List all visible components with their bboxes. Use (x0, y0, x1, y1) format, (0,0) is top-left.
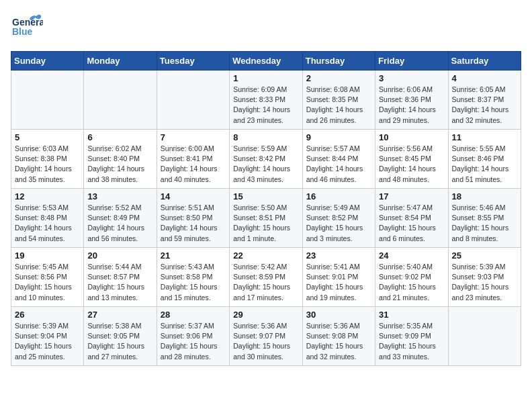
calendar-cell: 25Sunrise: 5:39 AM Sunset: 9:03 PM Dayli… (448, 248, 521, 307)
calendar-cell: 21Sunrise: 5:43 AM Sunset: 8:58 PM Dayli… (157, 248, 229, 307)
day-number: 23 (306, 250, 371, 261)
day-info: Sunrise: 5:39 AM Sunset: 9:04 PM Dayligh… (15, 321, 80, 362)
day-number: 12 (15, 191, 80, 201)
calendar-cell: 13Sunrise: 5:52 AM Sunset: 8:49 PM Dayli… (84, 189, 157, 248)
day-number: 16 (306, 191, 371, 201)
day-info: Sunrise: 6:06 AM Sunset: 8:36 PM Dayligh… (379, 85, 444, 126)
day-number: 5 (15, 132, 80, 142)
calendar-cell: 24Sunrise: 5:40 AM Sunset: 9:02 PM Dayli… (375, 248, 448, 307)
calendar-cell (448, 307, 521, 366)
day-info: Sunrise: 5:50 AM Sunset: 8:51 PM Dayligh… (233, 203, 298, 244)
calendar-cell: 19Sunrise: 5:45 AM Sunset: 8:56 PM Dayli… (11, 248, 84, 307)
weekday-header-row: SundayMondayTuesdayWednesdayThursdayFrid… (11, 52, 521, 71)
day-info: Sunrise: 5:52 AM Sunset: 8:49 PM Dayligh… (87, 203, 152, 244)
day-number: 25 (452, 250, 517, 261)
day-info: Sunrise: 5:35 AM Sunset: 9:09 PM Dayligh… (379, 321, 444, 362)
weekday-header-saturday: Saturday (448, 52, 521, 71)
calendar-cell: 1Sunrise: 6:09 AM Sunset: 8:33 PM Daylig… (230, 71, 302, 130)
calendar-cell: 28Sunrise: 5:37 AM Sunset: 9:06 PM Dayli… (157, 307, 229, 366)
calendar-week-row: 26Sunrise: 5:39 AM Sunset: 9:04 PM Dayli… (11, 307, 521, 366)
page-header: General Blue (11, 11, 521, 43)
calendar-week-row: 12Sunrise: 5:53 AM Sunset: 8:48 PM Dayli… (11, 189, 521, 248)
day-number: 18 (452, 191, 517, 201)
day-number: 24 (379, 250, 444, 261)
day-number: 21 (161, 250, 226, 261)
day-number: 4 (452, 73, 517, 83)
day-info: Sunrise: 5:59 AM Sunset: 8:42 PM Dayligh… (233, 144, 298, 185)
weekday-header-friday: Friday (375, 52, 448, 71)
day-number: 26 (15, 310, 80, 320)
day-number: 9 (306, 132, 371, 142)
day-number: 1 (233, 73, 298, 83)
day-number: 13 (87, 191, 152, 201)
day-number: 31 (379, 310, 444, 320)
logo-icon: General Blue (11, 11, 43, 43)
calendar-cell: 26Sunrise: 5:39 AM Sunset: 9:04 PM Dayli… (11, 307, 84, 366)
calendar-cell: 30Sunrise: 5:36 AM Sunset: 9:08 PM Dayli… (302, 307, 375, 366)
day-number: 6 (87, 132, 152, 142)
calendar-week-row: 1Sunrise: 6:09 AM Sunset: 8:33 PM Daylig… (11, 71, 521, 130)
day-info: Sunrise: 5:43 AM Sunset: 8:58 PM Dayligh… (161, 262, 226, 303)
day-info: Sunrise: 5:46 AM Sunset: 8:55 PM Dayligh… (452, 203, 517, 244)
calendar-cell: 22Sunrise: 5:42 AM Sunset: 8:59 PM Dayli… (230, 248, 302, 307)
day-number: 29 (233, 310, 298, 320)
calendar-cell: 29Sunrise: 5:36 AM Sunset: 9:07 PM Dayli… (230, 307, 302, 366)
svg-text:Blue: Blue (12, 26, 33, 37)
day-number: 28 (161, 310, 226, 320)
logo: General Blue (11, 11, 43, 43)
day-info: Sunrise: 5:41 AM Sunset: 9:01 PM Dayligh… (306, 262, 371, 303)
day-info: Sunrise: 5:49 AM Sunset: 8:52 PM Dayligh… (306, 203, 371, 244)
day-number: 7 (161, 132, 226, 142)
calendar-week-row: 19Sunrise: 5:45 AM Sunset: 8:56 PM Dayli… (11, 248, 521, 307)
weekday-header-tuesday: Tuesday (157, 52, 229, 71)
calendar-cell: 11Sunrise: 5:55 AM Sunset: 8:46 PM Dayli… (448, 130, 521, 189)
day-info: Sunrise: 5:40 AM Sunset: 9:02 PM Dayligh… (379, 262, 444, 303)
day-number: 8 (233, 132, 298, 142)
day-info: Sunrise: 5:39 AM Sunset: 9:03 PM Dayligh… (452, 262, 517, 303)
day-number: 3 (379, 73, 444, 83)
day-info: Sunrise: 5:42 AM Sunset: 8:59 PM Dayligh… (233, 262, 298, 303)
day-info: Sunrise: 6:09 AM Sunset: 8:33 PM Dayligh… (233, 85, 298, 126)
day-number: 14 (161, 191, 226, 201)
calendar-cell: 15Sunrise: 5:50 AM Sunset: 8:51 PM Dayli… (230, 189, 302, 248)
calendar-cell: 7Sunrise: 6:00 AM Sunset: 8:41 PM Daylig… (157, 130, 229, 189)
calendar-cell: 23Sunrise: 5:41 AM Sunset: 9:01 PM Dayli… (302, 248, 375, 307)
day-number: 17 (379, 191, 444, 201)
day-info: Sunrise: 5:47 AM Sunset: 8:54 PM Dayligh… (379, 203, 444, 244)
day-number: 2 (306, 73, 371, 83)
day-info: Sunrise: 5:36 AM Sunset: 9:07 PM Dayligh… (233, 321, 298, 362)
day-info: Sunrise: 6:08 AM Sunset: 8:35 PM Dayligh… (306, 85, 371, 126)
calendar-cell: 3Sunrise: 6:06 AM Sunset: 8:36 PM Daylig… (375, 71, 448, 130)
day-info: Sunrise: 5:44 AM Sunset: 8:57 PM Dayligh… (87, 262, 152, 303)
calendar-cell: 2Sunrise: 6:08 AM Sunset: 8:35 PM Daylig… (302, 71, 375, 130)
day-number: 27 (87, 310, 152, 320)
weekday-header-sunday: Sunday (11, 52, 84, 71)
day-number: 20 (87, 250, 152, 261)
calendar-cell: 12Sunrise: 5:53 AM Sunset: 8:48 PM Dayli… (11, 189, 84, 248)
day-number: 19 (15, 250, 80, 261)
day-number: 10 (379, 132, 444, 142)
weekday-header-thursday: Thursday (302, 52, 375, 71)
day-number: 15 (233, 191, 298, 201)
day-info: Sunrise: 6:02 AM Sunset: 8:40 PM Dayligh… (87, 144, 152, 185)
calendar-cell (11, 71, 84, 130)
calendar-cell: 17Sunrise: 5:47 AM Sunset: 8:54 PM Dayli… (375, 189, 448, 248)
day-info: Sunrise: 5:45 AM Sunset: 8:56 PM Dayligh… (15, 262, 80, 303)
day-info: Sunrise: 6:03 AM Sunset: 8:38 PM Dayligh… (15, 144, 80, 185)
day-info: Sunrise: 5:37 AM Sunset: 9:06 PM Dayligh… (161, 321, 226, 362)
day-info: Sunrise: 5:53 AM Sunset: 8:48 PM Dayligh… (15, 203, 80, 244)
calendar-header: SundayMondayTuesdayWednesdayThursdayFrid… (11, 52, 521, 71)
day-info: Sunrise: 5:57 AM Sunset: 8:44 PM Dayligh… (306, 144, 371, 185)
day-info: Sunrise: 6:00 AM Sunset: 8:41 PM Dayligh… (161, 144, 226, 185)
day-info: Sunrise: 6:05 AM Sunset: 8:37 PM Dayligh… (452, 85, 517, 126)
weekday-header-wednesday: Wednesday (230, 52, 302, 71)
calendar-cell: 8Sunrise: 5:59 AM Sunset: 8:42 PM Daylig… (230, 130, 302, 189)
calendar-cell: 27Sunrise: 5:38 AM Sunset: 9:05 PM Dayli… (84, 307, 157, 366)
calendar-cell: 6Sunrise: 6:02 AM Sunset: 8:40 PM Daylig… (84, 130, 157, 189)
calendar-cell (157, 71, 229, 130)
day-number: 11 (452, 132, 517, 142)
day-number: 22 (233, 250, 298, 261)
day-info: Sunrise: 5:51 AM Sunset: 8:50 PM Dayligh… (161, 203, 226, 244)
calendar-cell: 4Sunrise: 6:05 AM Sunset: 8:37 PM Daylig… (448, 71, 521, 130)
day-info: Sunrise: 5:38 AM Sunset: 9:05 PM Dayligh… (87, 321, 152, 362)
